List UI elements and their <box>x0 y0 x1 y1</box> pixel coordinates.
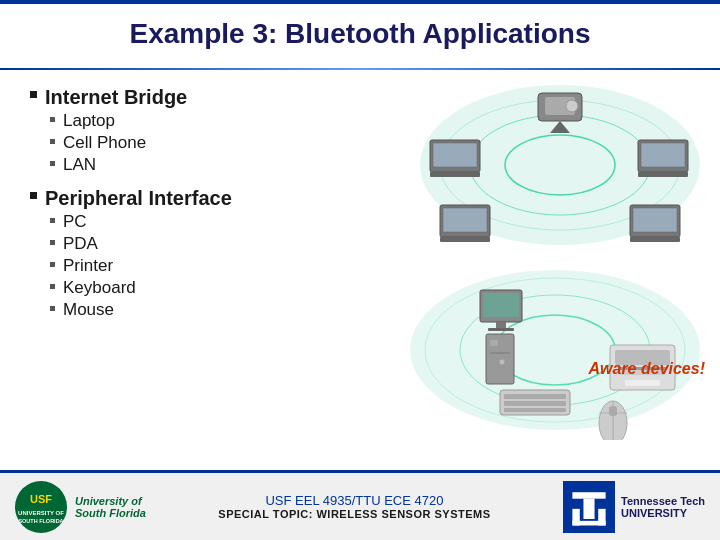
content-area: Internet Bridge Laptop Cell Phone LAN <box>30 80 400 460</box>
svg-rect-10 <box>430 172 480 177</box>
sub-bullet-keyboard: Keyboard <box>50 278 400 298</box>
usf-logo-area: USF UNIVERSITY OF SOUTH FLORIDA Universi… <box>15 481 146 533</box>
svg-rect-25 <box>483 293 519 317</box>
sub-bullet-laptop: Laptop <box>50 111 400 131</box>
svg-rect-13 <box>638 172 688 177</box>
svg-rect-29 <box>490 340 498 346</box>
bullet-peripheral: Peripheral Interface <box>30 187 400 210</box>
sub-bullet-cellphone: Cell Phone <box>50 133 400 153</box>
bottom-bar: USF UNIVERSITY OF SOUTH FLORIDA Universi… <box>0 470 720 540</box>
svg-rect-33 <box>504 394 566 399</box>
svg-rect-16 <box>440 237 490 242</box>
sub-bullet-pda: PDA <box>50 234 400 254</box>
sub-bullet-pc: PC <box>50 212 400 232</box>
svg-text:USF: USF <box>30 493 52 505</box>
svg-rect-18 <box>633 208 677 232</box>
title-rule <box>0 68 720 70</box>
illustration-top <box>410 75 710 255</box>
course-line2: SPECIAL TOPIC: WIRELESS SENSOR SYSTEMS <box>146 508 563 520</box>
main-bullet-list: Internet Bridge Laptop Cell Phone LAN <box>30 86 400 320</box>
svg-rect-54 <box>572 520 605 525</box>
svg-rect-27 <box>488 328 514 331</box>
sub-bullet-lan: LAN <box>50 155 400 175</box>
ttu-name-area: Tennessee Tech UNIVERSITY <box>621 495 705 519</box>
sub-sq-6 <box>50 262 55 267</box>
svg-rect-15 <box>443 208 487 232</box>
slide: Example 3: Bluetooth Applications Intern… <box>0 0 720 540</box>
sub-label-pda: PDA <box>63 234 98 254</box>
svg-text:SOUTH FLORIDA: SOUTH FLORIDA <box>18 518 63 524</box>
svg-rect-35 <box>504 408 566 412</box>
sub-label-keyboard: Keyboard <box>63 278 136 298</box>
sub-sq-4 <box>50 218 55 223</box>
bullet-square-1 <box>30 91 37 98</box>
sub-sq-7 <box>50 284 55 289</box>
svg-rect-30 <box>490 352 510 354</box>
usf-university-line1: University of <box>75 495 146 507</box>
svg-rect-44 <box>609 406 617 416</box>
sub-label-printer: Printer <box>63 256 113 276</box>
sub-sq-8 <box>50 306 55 311</box>
course-line1: USF EEL 4935/TTU ECE 4720 <box>146 493 563 508</box>
svg-rect-26 <box>496 322 506 328</box>
aware-devices-label: Aware devices! <box>588 360 705 378</box>
ttu-logo <box>563 481 615 533</box>
svg-rect-39 <box>625 380 660 386</box>
illustration-bottom <box>400 250 710 440</box>
bullet-square-2 <box>30 192 37 199</box>
top-decorative-line <box>0 0 720 4</box>
svg-rect-34 <box>504 401 566 406</box>
bullet-internet-bridge-label: Internet Bridge <box>45 86 187 109</box>
sub-list-peripheral: PC PDA Printer Keyboard Mouse <box>50 212 400 320</box>
svg-point-31 <box>499 359 505 365</box>
bullet-peripheral-label: Peripheral Interface <box>45 187 232 210</box>
sub-sq-5 <box>50 240 55 245</box>
sub-sq-3 <box>50 161 55 166</box>
ttu-name-line2: UNIVERSITY <box>621 507 705 519</box>
sub-label-laptop: Laptop <box>63 111 115 131</box>
bullet-internet-bridge: Internet Bridge <box>30 86 400 109</box>
svg-rect-12 <box>641 143 685 167</box>
sub-label-cellphone: Cell Phone <box>63 133 146 153</box>
title-area: Example 3: Bluetooth Applications <box>0 8 720 56</box>
ttu-name-line1: Tennessee Tech <box>621 495 705 507</box>
sub-list-internet-bridge: Laptop Cell Phone LAN <box>50 111 400 175</box>
sub-bullet-printer: Printer <box>50 256 400 276</box>
svg-rect-51 <box>583 498 594 518</box>
sub-bullet-mouse: Mouse <box>50 300 400 320</box>
sub-label-mouse: Mouse <box>63 300 114 320</box>
svg-rect-50 <box>572 492 605 498</box>
slide-title: Example 3: Bluetooth Applications <box>129 18 590 49</box>
usf-name-text: University of South Florida <box>75 495 146 519</box>
footer-center: USF EEL 4935/TTU ECE 4720 SPECIAL TOPIC:… <box>146 493 563 520</box>
sub-label-pc: PC <box>63 212 87 232</box>
sub-sq-1 <box>50 117 55 122</box>
svg-text:UNIVERSITY OF: UNIVERSITY OF <box>18 510 64 516</box>
usf-university-line2: South Florida <box>75 507 146 519</box>
svg-rect-9 <box>433 143 477 167</box>
ttu-logo-area: Tennessee Tech UNIVERSITY <box>563 481 705 533</box>
svg-point-6 <box>566 100 578 112</box>
usf-logo: USF UNIVERSITY OF SOUTH FLORIDA <box>15 481 67 533</box>
svg-point-45 <box>16 482 66 532</box>
sub-label-lan: LAN <box>63 155 96 175</box>
sub-sq-2 <box>50 139 55 144</box>
svg-rect-19 <box>630 237 680 242</box>
